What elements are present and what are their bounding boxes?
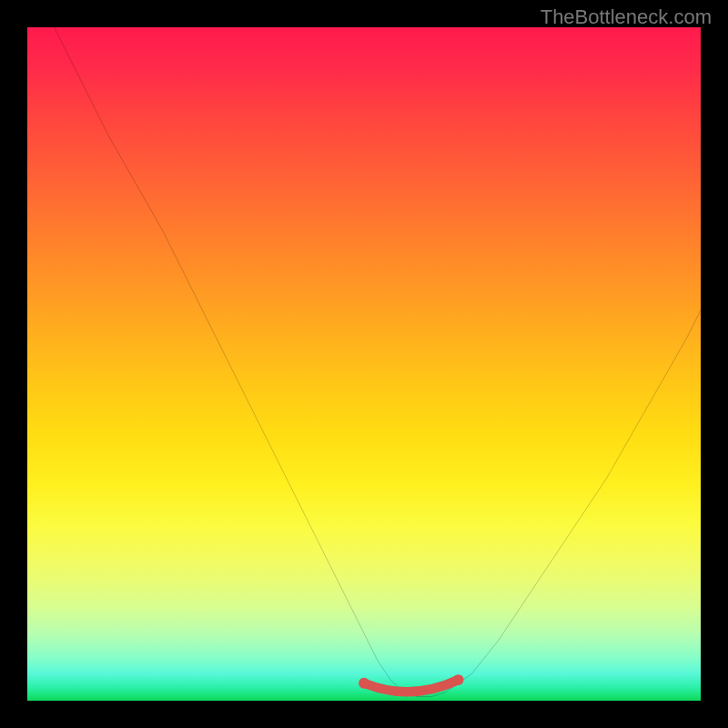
svg-point-1 [453, 674, 464, 685]
chart-frame [27, 27, 701, 701]
watermark-text: TheBottleneck.com [541, 5, 712, 29]
trough-accent [27, 27, 701, 701]
svg-point-0 [359, 678, 369, 689]
